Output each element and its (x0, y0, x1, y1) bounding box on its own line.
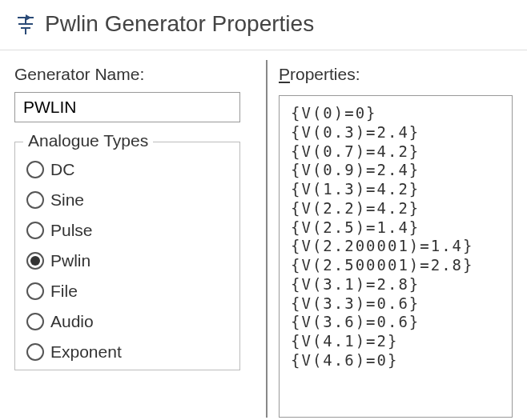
analogue-type-radio-sine[interactable]: Sine (26, 190, 228, 210)
titlebar: Pwlin Generator Properties (0, 0, 527, 43)
svg-marker-1 (26, 14, 31, 21)
radio-circle-icon (26, 343, 44, 361)
radio-circle-icon (26, 222, 44, 239)
analogue-type-radio-exponent[interactable]: Exponent (26, 342, 228, 362)
analogue-types-legend: Analogue Types (23, 131, 153, 150)
radio-circle-icon (26, 252, 44, 270)
radio-label: Pwlin (50, 251, 91, 270)
analogue-type-radio-pwlin[interactable]: Pwlin (26, 251, 228, 270)
radio-label: Sine (50, 190, 84, 210)
analogue-type-radio-pulse[interactable]: Pulse (26, 221, 228, 240)
radio-label: DC (50, 160, 74, 179)
analogue-type-radio-file[interactable]: File (26, 282, 228, 301)
left-column: Generator Name: Analogue Types DCSinePul… (14, 60, 255, 418)
radio-circle-icon (26, 282, 44, 300)
generator-name-label: Generator Name: (14, 65, 240, 84)
window-title: Pwlin Generator Properties (45, 11, 314, 37)
properties-label: Properties: (279, 65, 513, 84)
title-separator (0, 50, 527, 50)
column-divider (266, 60, 268, 418)
radio-label: Pulse (50, 221, 93, 240)
radio-label: Exponent (50, 342, 122, 362)
generator-name-input[interactable] (14, 92, 240, 122)
right-column: Properties: {V(0)=0} {V(0.3)=2.4} {V(0.7… (279, 60, 513, 418)
radio-label: Audio (50, 312, 94, 331)
properties-textarea[interactable]: {V(0)=0} {V(0.3)=2.4} {V(0.7)=4.2} {V(0.… (279, 95, 513, 418)
radio-dot-icon (30, 256, 40, 266)
analogue-type-radio-audio[interactable]: Audio (26, 312, 228, 331)
analogue-types-group: Analogue Types DCSinePulsePwlinFileAudio… (14, 142, 240, 370)
radio-label: File (50, 282, 78, 301)
radio-circle-icon (26, 191, 44, 209)
radio-circle-icon (26, 313, 44, 330)
analogue-type-radio-dc[interactable]: DC (26, 160, 228, 179)
radio-circle-icon (26, 161, 44, 178)
generator-source-icon (14, 13, 37, 35)
